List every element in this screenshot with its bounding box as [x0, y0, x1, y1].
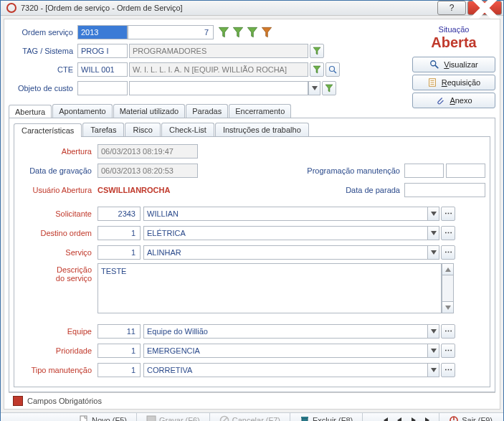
subtab-caracteristicas[interactable]: Características	[14, 123, 82, 137]
servico-desc-input[interactable]	[143, 245, 427, 260]
descricao-label: Descriçãodo serviço	[19, 263, 98, 283]
servico-dropdown[interactable]	[427, 245, 439, 260]
funnel-icon-2[interactable]	[232, 27, 244, 38]
objeto-dropdown[interactable]	[308, 81, 320, 95]
svg-rect-14	[301, 417, 308, 418]
ordem-servico-year-input[interactable]	[77, 25, 128, 39]
nav-last-button[interactable]	[422, 414, 434, 421]
destino-code-input[interactable]	[98, 226, 141, 240]
main-tab-panel: Características Tarefas Risco Check-List…	[9, 118, 495, 392]
close-button[interactable]	[467, 1, 502, 15]
action-buttons: Visualizar Requisição Anexo	[412, 57, 495, 108]
servico-code-input[interactable]	[98, 245, 141, 260]
solicitante-lookup-button[interactable]: ⋯	[441, 207, 455, 221]
destino-lookup-button[interactable]: ⋯	[441, 226, 455, 240]
objeto-code-input[interactable]	[77, 81, 128, 95]
subtab-instrucoes[interactable]: Instruções de trabalho	[215, 123, 309, 136]
equipe-desc-input[interactable]	[143, 324, 427, 339]
solicitante-code-input[interactable]	[98, 207, 141, 221]
prioridade-lookup-button[interactable]: ⋯	[441, 344, 455, 358]
situacao-value: Aberta	[412, 35, 495, 49]
cte-search-button[interactable]	[325, 62, 340, 77]
scroll-up-icon[interactable]	[442, 264, 453, 275]
requisicao-button[interactable]: Requisição	[412, 75, 495, 90]
excluir-button[interactable]: Excluir (F8)	[295, 413, 358, 421]
situacao-label: Situação	[412, 25, 495, 34]
ordem-servico-seq-input[interactable]	[128, 25, 214, 39]
prog-manutencao-input-1[interactable]	[404, 164, 444, 178]
subtab-checklist[interactable]: Check-List	[161, 123, 214, 136]
scroll-down-icon[interactable]	[442, 301, 453, 313]
svg-rect-13	[302, 418, 308, 421]
funnel-icon-1[interactable]	[218, 27, 229, 38]
tipo-code-input[interactable]	[98, 363, 141, 377]
tab-paradas[interactable]: Paradas	[186, 104, 228, 118]
data-parada-label: Data de parada	[297, 186, 404, 194]
equipe-dropdown[interactable]	[427, 324, 439, 339]
cte-code-input[interactable]	[77, 62, 128, 77]
solicitante-dropdown[interactable]	[427, 207, 439, 221]
svg-point-2	[431, 61, 436, 66]
cte-filter-button[interactable]	[310, 62, 324, 77]
destino-label: Destino ordem	[19, 229, 98, 237]
objeto-desc-input[interactable]	[129, 81, 308, 95]
cte-desc-input	[129, 62, 308, 77]
required-legend-text: Campos Obrigatórios	[27, 397, 102, 405]
descricao-scrollbar[interactable]	[442, 263, 454, 313]
sair-label: air (F9)	[467, 416, 493, 421]
abertura-value	[98, 144, 198, 159]
anexo-button[interactable]: Anexo	[412, 93, 495, 108]
ordem-servico-label: Ordem serviço	[9, 28, 77, 37]
gravacao-value	[98, 164, 198, 178]
header-fields: Ordem serviço TAG / Sistema	[9, 24, 408, 98]
destino-dropdown[interactable]	[427, 226, 439, 240]
visualizar-button[interactable]: Visualizar	[412, 57, 495, 72]
svg-line-12	[222, 417, 227, 421]
equipe-code-input[interactable]	[98, 324, 141, 339]
destino-desc-input[interactable]	[143, 226, 427, 240]
tag-desc-input	[129, 44, 308, 58]
tab-material[interactable]: Material utilizado	[113, 104, 186, 118]
tag-label: TAG / Sistema	[9, 47, 77, 55]
solicitante-label: Solicitante	[19, 209, 98, 218]
servico-lookup-button[interactable]: ⋯	[441, 245, 455, 260]
funnel-icon-3[interactable]	[247, 27, 258, 38]
tag-code-input[interactable]	[77, 44, 128, 58]
tab-abertura[interactable]: Abertura	[9, 105, 52, 118]
tipo-dropdown[interactable]	[427, 363, 439, 377]
help-button[interactable]: ?	[437, 1, 466, 15]
form-area: Ordem serviço TAG / Sistema	[4, 19, 500, 410]
window-buttons: ?	[437, 1, 503, 15]
equipe-label: Equipe	[19, 327, 98, 336]
novo-label: ovo (F5)	[98, 416, 127, 421]
requisicao-label: equisição	[447, 78, 480, 87]
tipo-desc-input[interactable]	[143, 363, 427, 377]
nav-prev-button[interactable]	[393, 414, 406, 421]
funnel-icon-4[interactable]	[261, 27, 272, 38]
prioridade-desc-input[interactable]	[143, 344, 427, 358]
subtab-tarefas[interactable]: Tarefas	[82, 123, 124, 136]
nav-first-button[interactable]	[379, 414, 391, 421]
tab-apontamento[interactable]: Apontamento	[52, 104, 112, 118]
nav-next-button[interactable]	[407, 414, 420, 421]
data-parada-input[interactable]	[404, 183, 485, 197]
gravar-button: Gravar (F6)	[141, 413, 205, 421]
descricao-textarea[interactable]: TESTE	[98, 263, 442, 313]
prog-manutencao-input-2[interactable]	[446, 164, 485, 178]
prioridade-code-input[interactable]	[98, 344, 141, 358]
app-window: 7320 - [Ordem de serviço - Ordem de Serv…	[0, 0, 504, 421]
tab-encerramento[interactable]: Encerramento	[229, 104, 291, 118]
cancelar-label: ancelar (F7)	[238, 416, 280, 421]
solicitante-desc-input[interactable]	[143, 207, 427, 221]
cte-label: CTE	[9, 65, 77, 74]
prioridade-dropdown[interactable]	[427, 344, 439, 358]
sair-button[interactable]: Sair (F9)	[444, 413, 498, 421]
objeto-search-button[interactable]	[322, 81, 336, 95]
equipe-lookup-button[interactable]: ⋯	[441, 324, 455, 339]
novo-button[interactable]: Novo (F5)	[74, 413, 132, 421]
abertura-label: Abertura	[19, 147, 98, 156]
subtab-risco[interactable]: Risco	[125, 123, 161, 136]
tipo-lookup-button[interactable]: ⋯	[441, 363, 455, 377]
window-title: 7320 - [Ordem de serviço - Ordem de Serv…	[21, 4, 437, 12]
tag-search-button[interactable]	[310, 44, 324, 58]
